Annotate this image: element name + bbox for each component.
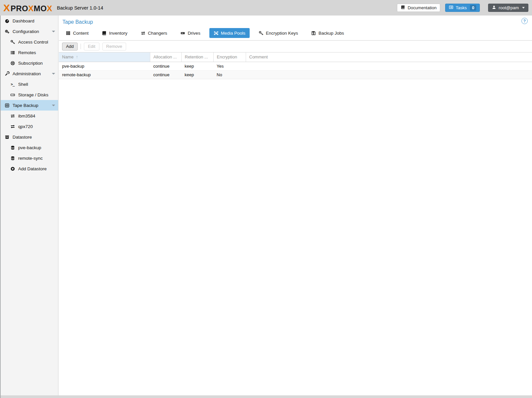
sidebar-item-subscription[interactable]: Subscription [0,58,58,68]
cell-retention: keep [181,70,213,79]
chevron-down-icon [522,7,525,9]
user-icon [492,5,496,11]
sidebar-item-datastore[interactable]: Datastore [0,132,58,142]
wrench-icon [4,71,10,76]
panel-title-row: Tape Backup ? [59,16,532,28]
database-icon [10,156,16,161]
column-header-retention[interactable]: Retention ... [181,52,213,62]
cell-name: remote-backup [59,70,150,79]
sidebar-item-access-control[interactable]: Access Control [0,37,58,47]
sidebar-item-administration[interactable]: Administration [0,68,58,79]
help-icon[interactable]: ? [521,18,528,24]
sidebar-nav: Dashboard Configuration Access Control R… [0,16,58,395]
cell-name: pve-backup [59,62,150,70]
window-bottom-edge [0,395,532,398]
dashboard-icon [4,18,10,23]
list-icon [10,50,16,55]
cell-allocation: continue [150,70,181,79]
cell-comment [246,62,532,70]
drive-icon [180,31,185,36]
product-version-title: Backup Server 1.0-14 [57,5,103,11]
proxmox-logo: X PROXMOX [3,2,52,14]
main-panel: Tape Backup ? Content Inventory Changers… [59,16,532,395]
book-icon [102,31,107,36]
documentation-button[interactable]: Documentation [397,4,440,12]
cell-encryption: Yes [213,62,246,70]
exchange-icon [141,31,146,36]
logo-x-mark: X [3,2,10,14]
media-pools-table: Name↑ Allocation ... Retention ... Encry… [59,52,532,79]
key-icon [259,31,264,36]
gears-icon [4,29,10,34]
collapse-arrow-icon[interactable] [52,31,55,32]
tasks-button[interactable]: Tasks 0 [445,4,480,12]
plus-circle-icon [10,166,16,171]
sidebar-item-configuration[interactable]: Configuration [0,26,58,37]
sidebar-item-dashboard[interactable]: Dashboard [0,16,58,26]
sidebar-item-tape-backup[interactable]: Tape Backup [0,100,58,111]
tab-inventory[interactable]: Inventory [97,28,132,38]
tasks-count-badge: 0 [470,5,476,11]
archive-box-icon [4,135,10,140]
sidebar-item-remotes[interactable]: Remotes [0,47,58,58]
cell-comment [246,70,532,79]
tab-media-pools[interactable]: Media Pools [209,28,250,38]
cell-encryption: No [213,70,246,79]
key-icon [10,40,16,45]
header-actions: Documentation Tasks 0 root@pam [397,4,532,12]
remove-button[interactable]: Remove [102,43,126,50]
table-row-pve-backup[interactable]: pve-backup continue keep Yes [59,62,532,70]
exchange-icon [10,114,16,118]
table-header-row: Name↑ Allocation ... Retention ... Encry… [59,52,532,62]
tab-drives[interactable]: Drives [176,28,204,38]
life-ring-icon [10,61,16,66]
sort-ascending-icon: ↑ [76,54,78,59]
table-row-remote-backup[interactable]: remote-backup continue keep No [59,70,532,79]
collapse-arrow-icon[interactable] [52,105,55,106]
column-header-encryption[interactable]: Encryption [213,52,246,62]
tape-icon [4,103,10,108]
save-icon [311,31,316,36]
book-icon [401,5,405,11]
edit-button[interactable]: Edit [84,43,99,50]
terminal-icon: >_ [10,82,16,86]
tab-content[interactable]: Content [61,28,93,38]
column-header-comment[interactable]: Comment [246,52,532,62]
toolbar-divider [81,44,81,49]
tab-encryption-keys[interactable]: Encryption Keys [254,28,302,38]
grid-icon [66,31,71,36]
object-group-icon [214,31,219,36]
add-button[interactable]: Add [62,43,78,50]
window-left-edge [0,16,1,398]
column-header-allocation[interactable]: Allocation ... [150,52,181,62]
top-header-bar: X PROXMOX Backup Server 1.0-14 Documenta… [0,0,532,16]
grid-toolbar: Add Edit Remove [59,41,532,52]
hdd-icon [10,92,16,97]
page-title: Tape Backup [62,19,93,25]
sidebar-item-remote-sync[interactable]: remote-sync [0,153,58,163]
task-list-icon [449,5,453,11]
sidebar-item-storage-disks[interactable]: Storage / Disks [0,89,58,100]
app-window: X PROXMOX Backup Server 1.0-14 Documenta… [0,0,532,398]
logo-wordmark: PROXMOX [11,4,52,13]
user-menu-button[interactable]: root@pam [488,4,528,12]
cell-retention: keep [181,62,213,70]
sidebar-item-pve-backup[interactable]: pve-backup [0,142,58,153]
tab-bar: Content Inventory Changers Drives Media … [59,28,532,38]
column-header-name[interactable]: Name↑ [59,52,150,62]
sidebar-item-qpx720[interactable]: qpx720 [0,121,58,132]
sidebar-item-shell[interactable]: >_ Shell [0,79,58,89]
cell-allocation: continue [150,62,181,70]
database-icon [10,145,16,150]
sidebar-item-add-datastore[interactable]: Add Datastore [0,163,58,174]
collapse-arrow-icon[interactable] [52,73,55,75]
tab-backup-jobs[interactable]: Backup Jobs [307,28,348,38]
tab-changers[interactable]: Changers [136,28,172,38]
sidebar-item-ibm3584[interactable]: ibm3584 [0,111,58,121]
exchange-icon [10,124,16,129]
